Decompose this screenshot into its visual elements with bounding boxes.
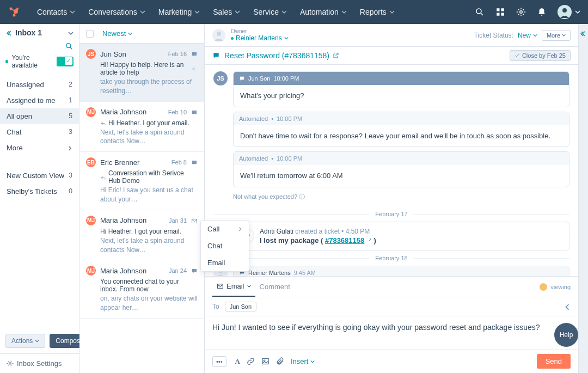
popup-item-chat[interactable]: Chat (201, 237, 249, 254)
svg-point-9 (520, 11, 523, 14)
composer-body[interactable]: Hi Jun! I wanted to see if everything is… (205, 316, 578, 349)
ticket-link[interactable]: #783681158 (325, 236, 364, 244)
date-separator: February 17 (213, 211, 569, 217)
conversation-title[interactable]: Reset Password (#783681158) (224, 51, 339, 60)
svg-point-15 (217, 32, 221, 36)
thread-item[interactable]: MJMaria JohnsonJan 24 You connected chat… (79, 260, 204, 319)
thread-item[interactable]: MJMaria JohnsonFeb 10 Hi Heather. I got … (79, 102, 204, 152)
owner-label: Owner (231, 28, 289, 34)
check-icon (514, 53, 520, 58)
to-label: To (212, 303, 219, 310)
sort-dropdown[interactable]: Newest (102, 29, 132, 38)
expand-recipients[interactable] (564, 303, 571, 310)
viewing-indicator: viewing (540, 283, 571, 291)
status-dot (5, 60, 8, 63)
sidebar-item[interactable]: Unassigned2 (0, 77, 79, 93)
thread-item[interactable]: MJMaria JohnsonJan 31 Hi Heather. I got … (79, 210, 204, 261)
menu-conversations[interactable]: Conversations (83, 4, 151, 20)
menu-reports[interactable]: Reports (354, 4, 400, 20)
svg-rect-6 (501, 8, 504, 11)
image-button[interactable] (261, 357, 270, 365)
more-options-button[interactable]: ••• (212, 356, 226, 367)
availability-toggle[interactable] (57, 57, 74, 66)
sidebar-views: Unassigned2Assigned to me1All open5Chat3… (0, 75, 79, 158)
chevron-down-icon[interactable] (68, 29, 74, 37)
date-separator: February 18 (213, 255, 569, 261)
main-menu: Contacts Conversations Marketing Sales S… (32, 4, 400, 20)
inbox-title[interactable]: Inbox 1 (15, 28, 42, 37)
not-expected-link[interactable]: Not what you expected? ⓘ (233, 192, 569, 205)
right-rail-toggle[interactable]: A (578, 24, 588, 373)
channel-popup: Call Chat Email (200, 220, 249, 272)
thread-item[interactable]: EBEric BrennerFeb 8 Conversation with Se… (79, 152, 204, 210)
sidebar-item[interactable]: Assigned to me1 (0, 93, 79, 108)
svg-point-4 (476, 9, 481, 14)
ticket-card[interactable]: Adriti Gulati created a ticket • 4:50 PM… (233, 222, 569, 250)
attach-button[interactable] (276, 357, 284, 365)
hubspot-logo[interactable] (8, 5, 21, 19)
sidebar-item[interactable]: New Custom View3 (0, 168, 79, 184)
owner-avatar (212, 29, 225, 42)
conversation-panel: Owner Reinier Martens Ticket Status: New… (205, 24, 578, 373)
sidebar-item[interactable]: More (0, 140, 79, 156)
sidebar-item[interactable]: Shelby's Tickets0 (0, 184, 79, 199)
chevron-down-icon (575, 9, 580, 15)
send-button[interactable]: Send (537, 354, 571, 369)
sidebar-item[interactable]: Chat3 (0, 124, 79, 140)
svg-point-19 (264, 360, 265, 362)
svg-rect-8 (501, 13, 504, 16)
top-nav: Contacts Conversations Marketing Sales S… (0, 0, 588, 24)
external-link-icon (366, 238, 372, 243)
sidebar: Inbox 1 You're available Unassigned2Assi… (0, 24, 79, 373)
popup-item-call[interactable]: Call (201, 221, 249, 237)
external-link-icon (333, 52, 339, 59)
select-all-checkbox[interactable] (86, 30, 94, 38)
popup-item-email[interactable]: Email (201, 254, 249, 271)
svg-point-12 (66, 43, 71, 47)
composer: Email Comment viewing To Jun Son Hi Jun!… (205, 276, 578, 373)
ticket-status-label: Ticket Status: (474, 32, 513, 39)
sidebar-custom-views: New Custom View3Shelby's Tickets0 (0, 166, 79, 201)
tab-email[interactable]: Email (212, 277, 255, 297)
gear-icon[interactable] (516, 7, 526, 17)
avatar (558, 5, 572, 19)
message-body: Don't have time to wait for a response? … (234, 125, 569, 147)
chevron-right-icon (238, 227, 242, 231)
ticket-status-dropdown[interactable]: New (518, 32, 537, 39)
more-button[interactable]: More (542, 30, 571, 41)
svg-rect-5 (497, 8, 499, 11)
svg-rect-7 (497, 13, 499, 16)
search-icon[interactable] (65, 41, 74, 51)
mail-icon (217, 283, 224, 290)
menu-automation[interactable]: Automation (295, 4, 352, 20)
search-icon[interactable] (475, 7, 485, 17)
owner-name[interactable]: Reinier Martens (231, 34, 289, 42)
menu-marketing[interactable]: Marketing (153, 4, 205, 20)
inbox-settings-link[interactable]: Inbox Settings (0, 353, 79, 373)
back-icon[interactable] (5, 29, 12, 37)
svg-point-11 (562, 8, 567, 13)
tab-comment[interactable]: Comment (255, 277, 295, 296)
marketplace-icon[interactable] (495, 7, 505, 17)
menu-service[interactable]: Service (248, 4, 292, 20)
sender-avatar: JS (213, 71, 228, 85)
recipient-chip[interactable]: Jun Son (225, 302, 256, 311)
link-button[interactable] (247, 357, 255, 365)
svg-point-13 (9, 363, 11, 364)
close-by-button[interactable]: Close by Feb 25 (510, 50, 571, 61)
bell-icon[interactable] (537, 7, 547, 17)
menu-sales[interactable]: Sales (207, 4, 246, 20)
font-button[interactable]: A (235, 357, 240, 366)
account-menu[interactable] (558, 5, 580, 19)
thread-list: Newest JSJun SonFeb 16 Hi! Happy to help… (79, 24, 205, 373)
actions-button[interactable]: Actions (5, 334, 45, 348)
chat-icon (239, 76, 245, 82)
sidebar-item[interactable]: All open5 (0, 108, 79, 124)
svg-point-3 (14, 9, 18, 14)
insert-dropdown[interactable]: Insert (291, 357, 315, 365)
chat-icon (212, 52, 220, 59)
thread-item[interactable]: JSJun SonFeb 16 Hi! Happy to help. Here … (79, 44, 204, 102)
availability-label: You're available (11, 54, 53, 69)
help-button[interactable]: Help (554, 323, 578, 347)
menu-contacts[interactable]: Contacts (32, 4, 81, 20)
